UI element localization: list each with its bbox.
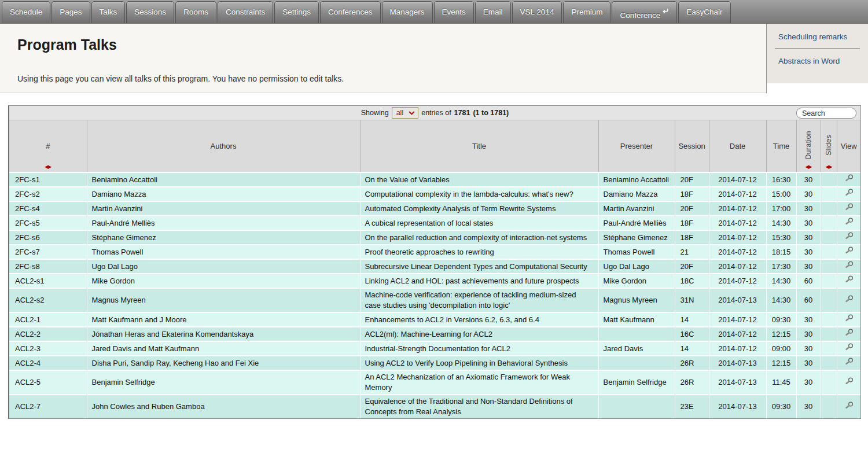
duration-cell: 30 <box>796 356 821 370</box>
table-row: 2FC-s8 Ugo Dal Lago Subrecursive Linear … <box>9 259 860 274</box>
nav-tab-rooms[interactable]: Rooms <box>175 1 216 23</box>
nav-tab-settings[interactable]: Settings <box>274 1 319 23</box>
magnifier-icon[interactable] <box>844 358 854 366</box>
view-cell <box>837 230 860 245</box>
nav-tab-events[interactable]: Events <box>434 1 474 23</box>
magnifier-icon[interactable] <box>844 402 854 410</box>
page-size-select[interactable]: all <box>392 107 419 119</box>
talk-id-cell: 2FC-s4 <box>9 201 87 216</box>
talk-id-cell: ACL2-s1 <box>9 274 87 288</box>
date-cell: 2014-07-12 <box>709 341 766 356</box>
column-header-presenter: Presenter <box>598 120 675 172</box>
nav-tab-schedule[interactable]: Schedule <box>2 1 50 23</box>
view-cell <box>837 341 860 356</box>
entries-range: (1 to 1781) <box>473 109 509 117</box>
magnifier-icon[interactable] <box>844 295 854 303</box>
time-cell: 12:15 <box>766 356 796 370</box>
search-input[interactable] <box>796 108 856 119</box>
time-cell: 17:00 <box>766 201 796 216</box>
nav-tab-email[interactable]: Email <box>475 1 511 23</box>
nav-tab-managers[interactable]: Managers <box>382 1 433 23</box>
magnifier-icon[interactable] <box>844 314 854 322</box>
time-cell: 18:15 <box>766 245 796 259</box>
nav-tab-easychair[interactable]: EasyChair <box>678 1 730 23</box>
duration-cell: 60 <box>796 274 821 288</box>
session-cell: 20F <box>675 201 709 216</box>
table-row: ACL2-s1 Mike Gordon Linking ACL2 and HOL… <box>9 274 860 288</box>
slides-cell <box>821 370 837 395</box>
title-cell: An ACL2 Mechanization of an Axiomatic Fr… <box>360 370 598 395</box>
session-cell: 14 <box>675 312 709 327</box>
view-cell <box>837 288 860 312</box>
duration-cell: 30 <box>796 172 821 187</box>
presenter-cell: Damiano Mazza <box>598 187 675 201</box>
nav-tab-vsl-2014[interactable]: VSL 2014 <box>512 1 562 23</box>
magnifier-icon[interactable] <box>844 174 854 182</box>
nav-tab-label: Conferences <box>328 8 373 16</box>
slides-cell <box>821 230 837 245</box>
sort-arrows-number[interactable]: ◀▶ <box>45 164 51 170</box>
nav-tab-label: Email <box>483 8 503 16</box>
magnifier-icon[interactable] <box>844 246 854 255</box>
nav-tab-label: Settings <box>282 8 311 16</box>
nav-tab-label: Schedule <box>10 8 42 16</box>
title-cell: ACL2(ml): Machine-Learning for ACL2 <box>360 327 598 341</box>
talk-id-cell: ACL2-s2 <box>9 288 87 312</box>
nav-tab-label: EasyChair <box>686 8 722 16</box>
nav-tab-sessions[interactable]: Sessions <box>126 1 174 23</box>
authors-cell: Benjamin Selfridge <box>87 370 360 395</box>
nav-tab-constraints[interactable]: Constraints <box>218 1 273 23</box>
magnifier-icon[interactable] <box>844 377 854 385</box>
magnifier-icon[interactable] <box>844 203 854 211</box>
nav-tab-conference[interactable]: Conference <box>612 1 677 23</box>
nav-tab-conferences[interactable]: Conferences <box>320 1 381 23</box>
time-cell: 09:30 <box>766 395 796 418</box>
magnifier-icon[interactable] <box>844 261 854 269</box>
column-header-authors: Authors <box>87 120 360 172</box>
column-header-duration: Duration ◀▶ <box>796 120 821 172</box>
page-title: Program Talks <box>17 36 117 53</box>
title-cell: Using ACL2 to Verify Loop Pipelining in … <box>360 356 598 370</box>
session-cell: 14 <box>675 341 709 356</box>
view-cell <box>837 274 860 288</box>
session-cell: 18F <box>675 187 709 201</box>
duration-cell: 60 <box>796 288 821 312</box>
magnifier-icon[interactable] <box>844 218 854 226</box>
magnifier-icon[interactable] <box>844 232 854 240</box>
duration-cell: 30 <box>796 259 821 274</box>
authors-cell: Beniamino Accattoli <box>87 172 360 187</box>
table-row: ACL2-s2 Magnus Myreen Machine-code verif… <box>9 288 860 312</box>
table-row: 2FC-s1 Beniamino Accattoli On the Value … <box>9 172 860 187</box>
presenter-cell: Mike Gordon <box>598 274 675 288</box>
time-cell: 11:45 <box>766 370 796 395</box>
session-cell: 21 <box>675 245 709 259</box>
magnifier-icon[interactable] <box>844 343 854 351</box>
abstracts-in-word-link[interactable]: Abstracts in Word <box>767 49 868 72</box>
nav-tab-premium[interactable]: Premium <box>563 1 610 23</box>
column-label: Presenter <box>620 142 653 150</box>
column-label: Slides <box>825 135 833 156</box>
title-cell: On the parallel reduction and complexity… <box>360 230 598 245</box>
title-cell: Enhancements to ACL2 in Versions 6.2, 6.… <box>360 312 598 327</box>
date-cell: 2014-07-12 <box>709 230 766 245</box>
authors-cell: Matt Kaufmann and J Moore <box>87 312 360 327</box>
sort-arrows-duration[interactable]: ◀▶ <box>805 164 811 170</box>
duration-cell: 30 <box>796 327 821 341</box>
nav-tab-pages[interactable]: Pages <box>52 1 90 23</box>
column-header-number: # ◀▶ <box>9 120 87 172</box>
column-label: Duration <box>804 131 812 159</box>
duration-cell: 30 <box>796 395 821 418</box>
view-cell <box>837 259 860 274</box>
sort-arrows-slides[interactable]: ◀▶ <box>825 164 832 170</box>
nav-tab-label: Managers <box>390 8 425 16</box>
presenter-cell <box>598 395 675 418</box>
duration-cell: 30 <box>796 201 821 216</box>
magnifier-icon[interactable] <box>844 329 854 337</box>
magnifier-icon[interactable] <box>844 275 854 283</box>
presenter-cell: Ugo Dal Lago <box>598 259 675 274</box>
view-cell <box>837 187 860 201</box>
nav-tab-talks[interactable]: Talks <box>91 1 126 23</box>
scheduling-remarks-link[interactable]: Scheduling remarks <box>767 25 868 48</box>
talks-table: # ◀▶ Authors Title Presenter Session Dat… <box>9 120 860 418</box>
magnifier-icon[interactable] <box>844 189 854 197</box>
